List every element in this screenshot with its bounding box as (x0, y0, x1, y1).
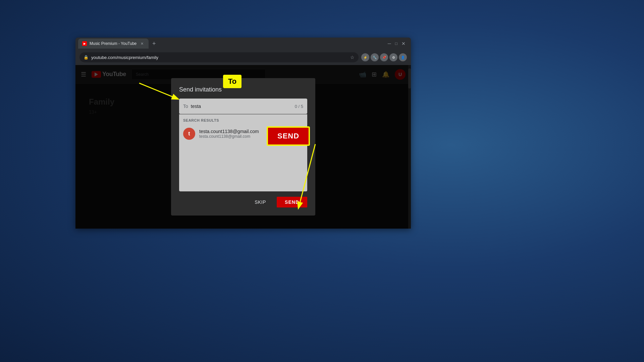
browser-titlebar: ▶ Music Premium - YouTube ✕ + ─ □ ✕ (75, 38, 411, 50)
minimize-button[interactable]: ─ (388, 41, 391, 46)
close-button[interactable]: ✕ (401, 41, 406, 46)
profile-icon[interactable]: 👤 (399, 53, 407, 61)
send-callout-annotation: SEND (267, 126, 310, 146)
lock-icon: 🔒 (84, 55, 89, 60)
tab-title: Music Premium - YouTube (90, 41, 137, 46)
address-action-icons: ☆ (350, 55, 355, 60)
browser-addressbar: 🔒 youtube.com/musicpremium/family ☆ ⚡ 🔧 … (75, 50, 411, 65)
maximize-button[interactable]: □ (395, 42, 397, 46)
window-controls: ─ □ ✕ (385, 41, 408, 46)
browser-tabs: ▶ Music Premium - YouTube ✕ + (78, 39, 384, 49)
result-display-name: testa.count1138@gmail.com (199, 129, 259, 134)
dialog-title: Send invitations (179, 86, 307, 93)
star-icon[interactable]: ☆ (350, 55, 355, 60)
youtube-page: ☰ YouTube Search 📹 ⊞ 🔔 U (75, 65, 411, 229)
address-bar[interactable]: 🔒 youtube.com/musicpremium/family ☆ (79, 52, 359, 62)
to-field-container: To 0 / 5 (179, 99, 307, 114)
skip-button[interactable]: SKIP (249, 197, 271, 207)
desktop: ▶ Music Premium - YouTube ✕ + ─ □ ✕ 🔒 yo… (0, 0, 644, 362)
new-tab-button[interactable]: + (149, 39, 159, 48)
extension-icons: ⚡ 🔧 📌 ⚙ 👤 (361, 53, 407, 61)
result-info: testa.count1138@gmail.com testa.count113… (199, 129, 259, 139)
modal-overlay: To Send invitations To 0 / 5 SEARCH RESU… (75, 65, 411, 229)
tab-favicon: ▶ (82, 41, 87, 46)
to-input-field[interactable] (191, 104, 292, 109)
url-text: youtube.com/musicpremium/family (91, 55, 158, 60)
ext-icon-4[interactable]: ⚙ (389, 53, 397, 61)
tab-close-button[interactable]: ✕ (139, 41, 145, 46)
dialog-footer: SKIP SEND (179, 197, 307, 207)
search-results-label: SEARCH RESULTS (179, 118, 307, 125)
ext-icon-2[interactable]: 🔧 (371, 53, 379, 61)
search-results-section: SEARCH RESULTS t testa.count1138@gmail.c… (179, 114, 307, 191)
recipient-counter: 0 / 5 (295, 104, 303, 109)
ext-icon-3[interactable]: 📌 (380, 53, 388, 61)
to-field-label: To (183, 104, 188, 109)
browser-window: ▶ Music Premium - YouTube ✕ + ─ □ ✕ 🔒 yo… (75, 38, 411, 229)
send-button[interactable]: SEND (277, 197, 307, 207)
ext-icon-1[interactable]: ⚡ (361, 53, 369, 61)
result-email: testa.count1138@gmail.com (199, 134, 259, 139)
send-invitations-dialog: To Send invitations To 0 / 5 SEARCH RESU… (171, 78, 315, 216)
to-callout-annotation: To (223, 75, 241, 88)
result-avatar: t (183, 128, 195, 140)
browser-tab-active[interactable]: ▶ Music Premium - YouTube ✕ (78, 39, 149, 49)
